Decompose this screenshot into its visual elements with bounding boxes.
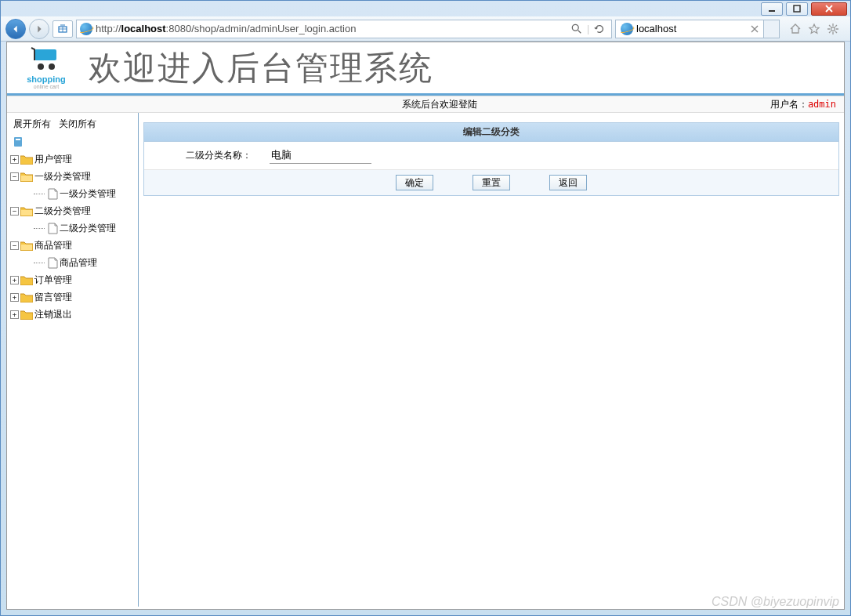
new-tab-button[interactable] [764,20,780,38]
page-banner: shopping online cart 欢迎进入后台管理系统 [7,42,844,96]
back-button[interactable] [5,19,26,39]
status-user: 用户名：admin [770,98,836,111]
browser-menu-icons [783,23,846,35]
gear-icon[interactable] [827,23,839,35]
svg-point-3 [572,24,578,31]
tab-close-icon[interactable] [751,25,759,33]
tab-active[interactable]: localhost [615,20,764,38]
expand-all-link[interactable]: 展开所有 [13,118,51,131]
status-bar: 系统后台欢迎登陆 用户名：admin [7,96,844,113]
nav-tree: +用户管理 −一级分类管理 一级分类管理 −二级分类管理 二级分类管理 −商品管… [10,150,135,323]
svg-rect-0 [769,10,775,12]
reset-button[interactable]: 重置 [473,175,510,190]
svg-point-4 [831,27,835,31]
tree-cat1[interactable]: −一级分类管理 [10,169,135,183]
svg-rect-8 [14,137,22,147]
browser-window: http://localhost:8080/shop/admin/adminUs… [0,0,851,616]
tree-cat2-sub[interactable]: 二级分类管理 [34,221,135,235]
root-icon [12,136,24,148]
form-row: 二级分类名称： [144,142,838,170]
tree-product-sub[interactable]: 商品管理 [34,255,135,270]
tree-order[interactable]: +订单管理 [10,273,135,287]
svg-point-6 [38,63,44,70]
collapse-all-link[interactable]: 关闭所有 [59,118,96,131]
tab-favicon [621,23,633,35]
edit-panel: 编辑二级分类 二级分类名称： 确定 重置 返回 [143,122,839,196]
tab-strip: localhost [615,20,780,38]
close-button[interactable] [811,2,847,16]
search-icon[interactable] [571,24,582,34]
svg-rect-9 [16,139,20,140]
window-titlebar [1,1,850,16]
sidebar: 展开所有 关闭所有 +用户管理 −一级分类管理 一级分类管理 −二级分类管理 二… [7,113,139,607]
back-button-form[interactable]: 返回 [549,175,587,190]
home-icon[interactable] [789,23,802,35]
page-title: 欢迎进入后台管理系统 [89,46,433,90]
panel-title: 编辑二级分类 [144,123,838,142]
logo-subtext: online cart [34,84,59,89]
ie-icon [80,23,92,35]
browser-toolbar: http://localhost:8080/shop/admin/adminUs… [1,16,850,42]
address-bar[interactable]: http://localhost:8080/shop/admin/adminUs… [76,20,612,38]
tree-cat1-sub[interactable]: 一级分类管理 [34,187,135,201]
ok-button[interactable]: 确定 [396,175,433,190]
compat-view-icon[interactable] [53,20,73,38]
logo-text: shopping [27,74,66,84]
status-center: 系统后台欢迎登陆 [109,98,770,111]
refresh-icon[interactable] [594,24,605,34]
content-pane: 编辑二级分类 二级分类名称： 确定 重置 返回 [139,113,844,607]
favorites-icon[interactable] [808,23,820,35]
tree-logout[interactable]: +注销退出 [10,307,135,321]
minimize-button[interactable] [761,2,783,16]
field-label: 二级分类名称： [144,149,270,162]
button-row: 确定 重置 返回 [144,170,838,195]
tree-product[interactable]: −商品管理 [10,238,135,252]
maximize-button[interactable] [786,2,808,16]
svg-rect-1 [794,5,800,12]
category-name-input[interactable] [270,148,371,164]
tree-user-mgmt[interactable]: +用户管理 [10,152,135,166]
svg-point-7 [49,63,55,70]
tree-message[interactable]: +留言管理 [10,290,135,304]
tree-cat2[interactable]: −二级分类管理 [10,204,135,218]
main-area: 展开所有 关闭所有 +用户管理 −一级分类管理 一级分类管理 −二级分类管理 二… [7,113,844,607]
svg-rect-5 [34,49,56,60]
tab-title: localhost [636,23,676,34]
page-content: shopping online cart 欢迎进入后台管理系统 系统后台欢迎登陆… [6,42,845,610]
logo: shopping online cart [15,45,78,92]
url-text: http://localhost:8080/shop/admin/adminUs… [96,23,565,34]
forward-button[interactable] [29,19,49,39]
